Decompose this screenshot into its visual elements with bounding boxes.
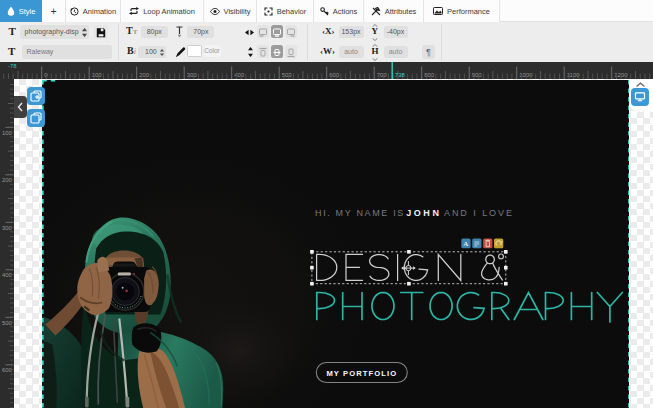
svg-text:700: 700	[377, 72, 388, 78]
svg-text:200: 200	[139, 72, 150, 78]
svg-text:JOHN: JOHN	[406, 208, 441, 218]
svg-text:500: 500	[282, 72, 293, 78]
svg-text:300: 300	[187, 72, 198, 78]
svg-text:200: 200	[2, 177, 12, 183]
svg-text:400: 400	[234, 72, 245, 78]
svg-text:738: 738	[395, 72, 406, 78]
svg-text:600: 600	[2, 367, 12, 373]
svg-text:500: 500	[2, 320, 12, 326]
svg-text:600: 600	[329, 72, 340, 78]
svg-text:300: 300	[2, 225, 12, 231]
svg-text:400: 400	[2, 272, 12, 278]
svg-text:900: 900	[472, 72, 483, 78]
svg-text:100: 100	[92, 72, 103, 78]
svg-text:A: A	[463, 240, 468, 248]
svg-text:HI. MY NAME IS: HI. MY NAME IS	[315, 208, 405, 218]
svg-text:100: 100	[2, 130, 12, 136]
svg-text:-78: -78	[8, 63, 16, 69]
svg-text:800: 800	[424, 72, 435, 78]
svg-text:MY PORTFOLIO: MY PORTFOLIO	[326, 368, 397, 377]
svg-text:AND I LOVE: AND I LOVE	[444, 208, 514, 218]
